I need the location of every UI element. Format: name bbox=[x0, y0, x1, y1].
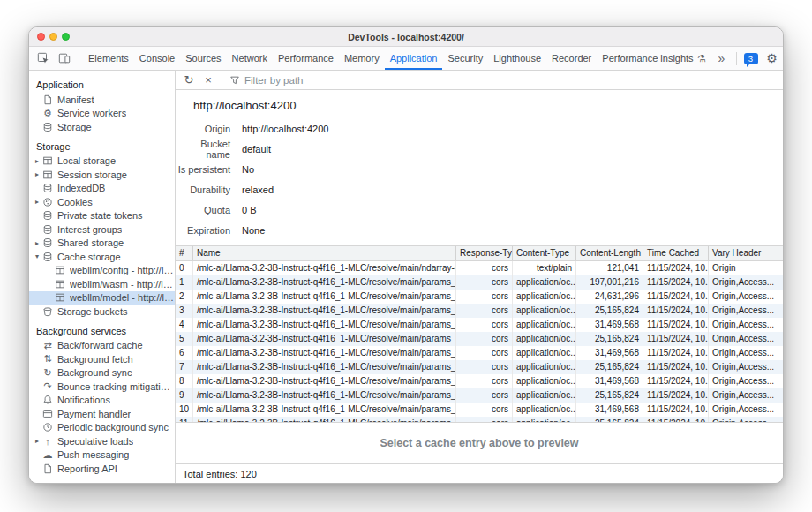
column-header-name[interactable]: Name bbox=[193, 246, 456, 260]
sidebar-item-label: Storage buckets bbox=[57, 306, 128, 317]
tab-recorder[interactable]: Recorder bbox=[546, 47, 597, 70]
sidebar-item-speculative-loads[interactable]: ▸↑Speculative loads bbox=[29, 434, 175, 448]
swap-arrows-icon: ⇄ bbox=[41, 339, 54, 351]
tab-label: Network bbox=[232, 53, 267, 64]
sidebar-item-shared-storage[interactable]: ▸Shared storage bbox=[29, 237, 175, 251]
tab-console[interactable]: Console bbox=[134, 47, 180, 70]
column-header-vary-header[interactable]: Vary Header bbox=[709, 246, 783, 260]
sidebar-item-label: Cache storage bbox=[57, 252, 121, 262]
chevron-down-icon[interactable]: ▾ bbox=[33, 252, 41, 260]
table-cell: /mlc-ai/Llama-3.2-3B-Instruct-q4f16_1-ML… bbox=[193, 346, 456, 360]
up-down-arrows-icon: ⇅ bbox=[41, 353, 54, 365]
kebab-menu-icon[interactable]: ⋮ bbox=[783, 47, 785, 70]
tab-elements[interactable]: Elements bbox=[83, 47, 134, 70]
sidebar-item-indexeddb[interactable]: IndexedDB bbox=[29, 182, 175, 196]
sidebar-item-background-sync[interactable]: ↻Background sync bbox=[29, 366, 175, 380]
sidebar-section-storage: Storage bbox=[29, 134, 175, 154]
sidebar-item-local-storage[interactable]: ▸Local storage bbox=[29, 154, 175, 169]
sidebar-item-back-forward-cache[interactable]: ⇄Back/forward cache bbox=[29, 339, 175, 353]
sidebar-item-label: Interest groups bbox=[57, 224, 122, 235]
sidebar-item-label: Manifest bbox=[57, 94, 94, 105]
sidebar-item-storage[interactable]: Storage bbox=[29, 120, 175, 134]
table-cell: Origin,Access... bbox=[709, 304, 783, 318]
tab-lighthouse[interactable]: Lighthouse bbox=[488, 47, 546, 70]
sidebar-item-interest-groups[interactable]: Interest groups bbox=[29, 222, 175, 237]
cache-table-body: 0/mlc-ai/Llama-3.2-3B-Instruct-q4f16_1-M… bbox=[176, 261, 783, 422]
chevron-right-icon[interactable]: ▸ bbox=[33, 198, 41, 206]
tab-security[interactable]: Security bbox=[442, 47, 488, 70]
sidebar-item-reporting-api[interactable]: Reporting API bbox=[29, 462, 175, 476]
filter-input[interactable]: Filter by path bbox=[226, 75, 306, 86]
tab-label: Lighthouse bbox=[493, 53, 541, 64]
devtools-content: ApplicationManifest⚙Service workersStora… bbox=[29, 71, 783, 483]
chevron-right-icon[interactable]: ▸ bbox=[33, 157, 41, 165]
database-icon bbox=[41, 209, 54, 222]
table-row[interactable]: 0/mlc-ai/Llama-3.2-3B-Instruct-q4f16_1-M… bbox=[176, 261, 783, 275]
column-header-content-type[interactable]: Content-Type bbox=[513, 246, 576, 260]
sidebar-section-application: Application bbox=[29, 72, 175, 93]
tab-network[interactable]: Network bbox=[227, 47, 273, 70]
sidebar-item-periodic-background-sync[interactable]: Periodic background sync bbox=[29, 421, 175, 435]
table-cell: 31,469,568 bbox=[576, 403, 643, 417]
clock-icon bbox=[41, 421, 54, 433]
table-row[interactable]: 8/mlc-ai/Llama-3.2-3B-Instruct-q4f16_1-M… bbox=[176, 374, 783, 388]
sidebar-item-webllm-wasm-http-loca[interactable]: webllm/wasm - http://loca... bbox=[29, 277, 175, 291]
tab-label: Console bbox=[139, 53, 175, 64]
metadata-row-bucket-name: Bucket namedefault bbox=[176, 139, 783, 159]
chevron-right-icon[interactable]: ▸ bbox=[33, 170, 41, 178]
sidebar-item-cache-storage[interactable]: ▾Cache storage bbox=[29, 250, 175, 264]
table-cell: cors bbox=[456, 318, 513, 332]
issues-bubble[interactable]: 3 bbox=[744, 53, 758, 64]
chevron-right-icon[interactable]: ▸ bbox=[33, 437, 41, 445]
sidebar-item-background-fetch[interactable]: ⇅Background fetch bbox=[29, 352, 175, 366]
table-row[interactable]: 4/mlc-ai/Llama-3.2-3B-Instruct-q4f16_1-M… bbox=[176, 318, 783, 332]
sidebar-item-payment-handler[interactable]: Payment handler bbox=[29, 407, 175, 421]
column-header-response-type[interactable]: Response-Type bbox=[456, 246, 513, 260]
clear-icon[interactable]: × bbox=[199, 71, 218, 89]
more-tabs-icon[interactable]: » bbox=[711, 47, 733, 70]
inspect-icon[interactable] bbox=[33, 47, 54, 70]
sidebar-item-label: Service workers bbox=[57, 108, 126, 118]
table-cell: 11/15/2024, 10... bbox=[643, 360, 709, 374]
sidebar-item-bounce-tracking-mitigations[interactable]: ↷Bounce tracking mitigations bbox=[29, 380, 175, 394]
sidebar-item-label: Notifications bbox=[57, 395, 110, 405]
column-header-time-cached[interactable]: Time Cached bbox=[643, 246, 709, 260]
sidebar-item-storage-buckets[interactable]: Storage buckets bbox=[29, 305, 175, 319]
sidebar-item-private-state-tokens[interactable]: Private state tokens bbox=[29, 209, 175, 223]
tab-label: Elements bbox=[88, 53, 129, 64]
sidebar-item-push-messaging[interactable]: ☁Push messaging bbox=[29, 448, 175, 463]
table-row[interactable]: 5/mlc-ai/Llama-3.2-3B-Instruct-q4f16_1-M… bbox=[176, 332, 783, 346]
table-row[interactable]: 9/mlc-ai/Llama-3.2-3B-Instruct-q4f16_1-M… bbox=[176, 388, 783, 403]
bounce-arrow-icon: ↷ bbox=[41, 380, 54, 393]
table-icon bbox=[54, 278, 66, 290]
tab-application[interactable]: Application bbox=[385, 47, 443, 70]
column-header-content-length[interactable]: Content-Length bbox=[576, 246, 643, 260]
table-row[interactable]: 6/mlc-ai/Llama-3.2-3B-Instruct-q4f16_1-M… bbox=[176, 346, 783, 360]
tab-memory[interactable]: Memory bbox=[339, 47, 385, 70]
device-toolbar-icon[interactable] bbox=[54, 47, 75, 70]
table-cell: 4 bbox=[176, 318, 193, 332]
table-row[interactable]: 7/mlc-ai/Llama-3.2-3B-Instruct-q4f16_1-M… bbox=[176, 360, 783, 374]
table-cell: 11/15/2024, 10... bbox=[643, 275, 709, 290]
column-header-number[interactable]: # bbox=[176, 246, 193, 260]
tab-sources[interactable]: Sources bbox=[180, 47, 226, 70]
sidebar-item-cookies[interactable]: ▸Cookies bbox=[29, 195, 175, 209]
sidebar-item-webllm-config-http-loc[interactable]: webllm/config - http://loc... bbox=[29, 264, 175, 278]
table-row[interactable]: 1/mlc-ai/Llama-3.2-3B-Instruct-q4f16_1-M… bbox=[176, 275, 783, 290]
settings-gear-icon[interactable]: ⚙ bbox=[762, 47, 783, 70]
sidebar-item-label: Push messaging bbox=[57, 449, 129, 460]
tab-performance[interactable]: Performance bbox=[273, 47, 339, 70]
table-row[interactable]: 3/mlc-ai/Llama-3.2-3B-Instruct-q4f16_1-M… bbox=[176, 304, 783, 318]
sidebar-item-service-workers[interactable]: ⚙Service workers bbox=[29, 107, 175, 121]
table-row[interactable]: 2/mlc-ai/Llama-3.2-3B-Instruct-q4f16_1-M… bbox=[176, 290, 783, 304]
chevron-right-icon[interactable]: ▸ bbox=[33, 239, 41, 247]
sidebar-item-label: Cookies bbox=[57, 197, 93, 207]
refresh-icon[interactable]: ↻ bbox=[179, 71, 199, 89]
tab-performance-insights[interactable]: Performance insights⚗ bbox=[597, 47, 710, 70]
table-cell: application/oc... bbox=[513, 346, 576, 360]
sidebar-item-manifest[interactable]: Manifest bbox=[29, 93, 175, 107]
sidebar-item-webllm-model-http-loc[interactable]: webllm/model - http://loc... bbox=[29, 291, 175, 305]
sidebar-item-notifications[interactable]: Notifications bbox=[29, 394, 175, 408]
table-row[interactable]: 10/mlc-ai/Llama-3.2-3B-Instruct-q4f16_1-… bbox=[176, 403, 783, 417]
sidebar-item-session-storage[interactable]: ▸Session storage bbox=[29, 168, 175, 182]
